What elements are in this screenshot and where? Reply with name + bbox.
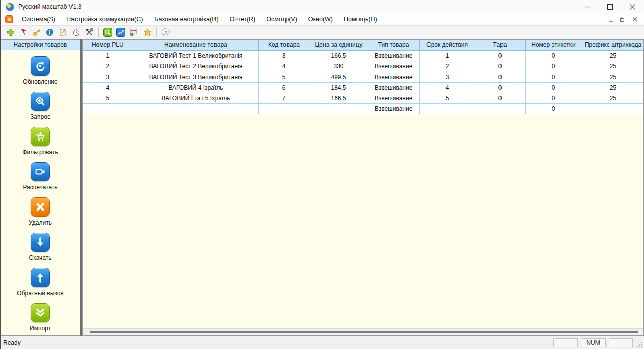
sidebar-button-zoom[interactable]: Запрос [30, 92, 50, 120]
toolbar-star-icon[interactable] [141, 27, 153, 38]
column-header-0[interactable]: Номер PLU [83, 40, 133, 50]
table-cell[interactable]: Взвешивание [368, 50, 419, 61]
toolbar-timer-icon[interactable] [70, 27, 82, 38]
sidebar-button-import[interactable]: Импорт [30, 303, 51, 332]
table-cell[interactable]: 0 [525, 61, 582, 72]
table-cell[interactable]: 25 [582, 50, 644, 61]
table-cell[interactable]: 7 [258, 93, 310, 103]
mdi-minimize-button[interactable] [606, 15, 616, 24]
table-cell[interactable]: ВАГОВИЙ Тест 3 Великобританія [133, 72, 258, 82]
horizontal-scrollbar[interactable] [83, 328, 643, 335]
table-cell[interactable]: 0 [475, 72, 525, 82]
column-header-6[interactable]: Тара [475, 40, 525, 50]
table-cell[interactable]: 25 [582, 72, 644, 82]
toolbar-help-icon[interactable]: ? [160, 27, 171, 38]
table-cell[interactable]: 499.5 [310, 72, 368, 82]
table-cell[interactable]: 0 [525, 72, 582, 82]
menu-item-5[interactable]: Окно(W) [303, 13, 338, 25]
sidebar-button-refresh[interactable]: Обновление [23, 56, 57, 85]
table-cell[interactable] [475, 103, 525, 114]
toolbar-info-icon[interactable] [44, 27, 55, 38]
table-cell[interactable] [133, 103, 258, 114]
table-cell[interactable]: 25 [582, 93, 644, 103]
table-cell[interactable]: 0 [475, 61, 525, 72]
table-cell[interactable]: 166.5 [310, 50, 368, 61]
table-row-2[interactable]: 3ВАГОВИЙ Тест 3 Великобританія5499.5Взве… [83, 72, 644, 82]
table-cell[interactable]: 3 [83, 72, 133, 82]
table-row-1[interactable]: 2ВАГОВИЙ Тест 2 Великобританія4330Взвеши… [83, 61, 644, 72]
table-cell[interactable]: Взвешивание [368, 72, 419, 82]
column-header-4[interactable]: Тип товара [368, 40, 419, 50]
mdi-close-button[interactable] [630, 15, 640, 24]
table-cell[interactable]: 2 [83, 61, 133, 72]
toolbar-key-icon[interactable] [31, 27, 42, 38]
table-cell[interactable]: Взвешивание [368, 82, 419, 93]
menu-item-4[interactable]: Осмотр(V) [261, 13, 303, 25]
table-cell[interactable]: 4 [83, 82, 133, 93]
table-cell[interactable]: 3 [419, 72, 475, 82]
table-cell[interactable]: Взвешивание [368, 103, 419, 114]
table-cell[interactable]: 1 [419, 50, 475, 61]
table-cell[interactable]: 166.5 [310, 93, 368, 103]
column-header-1[interactable]: Наименование товара [133, 40, 258, 50]
table-cell[interactable]: 4 [258, 61, 310, 72]
table-cell[interactable]: 1 [83, 50, 133, 61]
table-cell[interactable]: 0 [525, 103, 582, 114]
resize-grip[interactable] [636, 341, 642, 347]
scrollbar-thumb[interactable] [90, 331, 638, 333]
table-cell[interactable]: 0 [525, 82, 582, 93]
column-header-3[interactable]: Цена за единицу [310, 40, 368, 50]
table-cell[interactable]: 0 [475, 93, 525, 103]
table-row-4[interactable]: 5ВАГОВИЙ Ї та і 5 Ізраїль7166.5Взвешиван… [83, 93, 644, 103]
maximize-button[interactable] [599, 0, 621, 13]
table-row-5[interactable]: Взвешивание0 [83, 103, 644, 114]
toolbar-add-icon[interactable] [5, 27, 16, 38]
table-cell[interactable]: Взвешивание [368, 93, 419, 103]
table-cell[interactable]: 0 [475, 82, 525, 93]
table-cell[interactable]: 5 [258, 72, 310, 82]
table-cell[interactable]: 2 [419, 61, 475, 72]
table-cell[interactable]: 0 [525, 93, 582, 103]
sidebar-button-cart[interactable]: Фильтровать [22, 127, 58, 156]
table-cell[interactable]: 184.5 [310, 82, 368, 93]
table-cell[interactable]: 330 [310, 61, 368, 72]
table-cell[interactable]: 25 [582, 82, 644, 93]
table-cell[interactable] [582, 103, 644, 114]
menu-item-0[interactable]: Система(S) [16, 13, 61, 25]
table-cell[interactable] [83, 103, 133, 114]
table-cell[interactable]: ВАГОВИЙ Ї та і 5 Ізраїль [133, 93, 258, 103]
sidebar-button-delete[interactable]: Удалить [29, 197, 52, 226]
table-cell[interactable]: 3 [258, 50, 310, 61]
menu-item-1[interactable]: Настройка коммукации(C) [61, 13, 149, 25]
menu-item-2[interactable]: Базовая настройка(B) [149, 13, 224, 25]
table-cell[interactable]: 0 [475, 50, 525, 61]
column-header-5[interactable]: Срок действия [419, 40, 475, 50]
table-cell[interactable]: ВАГОВИЙ Тест 1 Великобританія [133, 50, 258, 61]
toolbar-flag-icon[interactable] [18, 27, 29, 38]
toolbar-chart-icon[interactable] [115, 27, 126, 38]
table-cell[interactable]: 5 [419, 93, 475, 103]
column-header-7[interactable]: Номер этикетки [525, 40, 582, 50]
table-cell[interactable]: Взвешивание [368, 61, 419, 72]
table-cell[interactable]: ВАГОВИЙ Тест 2 Великобританія [133, 61, 258, 72]
menu-item-3[interactable]: Отчет(R) [224, 13, 261, 25]
table-cell[interactable] [419, 103, 475, 114]
column-header-2[interactable]: Код товара [258, 40, 310, 50]
sidebar-button-download[interactable]: Скачать [29, 233, 52, 261]
table-cell[interactable]: 6 [258, 82, 310, 93]
table-cell[interactable]: ВАГОВИЙ 4 Ізраїль [133, 82, 258, 93]
sidebar-button-upload[interactable]: Обратный вызов [17, 268, 64, 297]
toolbar-tools-icon[interactable] [84, 27, 95, 38]
toolbar-edit-note-icon[interactable] [57, 27, 68, 38]
toolbar-device-icon[interactable] [128, 27, 139, 38]
table-cell[interactable]: 25 [582, 61, 644, 72]
column-header-8[interactable]: Префикс штрихкода [582, 40, 644, 50]
minimize-button[interactable] [576, 0, 599, 13]
sidebar-button-camera[interactable]: Распечатать [23, 162, 57, 191]
mdi-restore-button[interactable] [618, 15, 628, 24]
close-button[interactable] [621, 0, 644, 13]
table-row-0[interactable]: 1ВАГОВИЙ Тест 1 Великобританія3166.5Взве… [83, 50, 644, 61]
table-cell[interactable] [258, 103, 310, 114]
table-cell[interactable]: 0 [525, 50, 582, 61]
table-cell[interactable] [310, 103, 368, 114]
